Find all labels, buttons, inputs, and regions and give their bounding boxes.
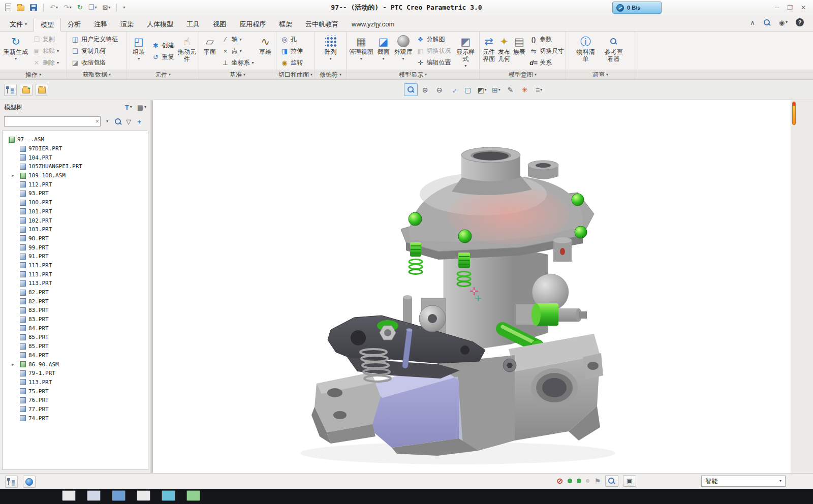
- edit-position-button[interactable]: ✛ 编辑位置: [414, 57, 453, 68]
- ribbon-tab[interactable]: 视图: [206, 17, 233, 31]
- filter-button[interactable]: ▽: [124, 116, 133, 127]
- zoom-window-button[interactable]: [404, 83, 418, 96]
- tree-item[interactable]: 98.PRT: [3, 234, 148, 243]
- extrude-button[interactable]: ◨ 拉伸: [278, 46, 305, 56]
- network-speed-widget[interactable]: 0 B/s: [612, 2, 662, 14]
- tree-item[interactable]: 76.PRT: [3, 396, 148, 405]
- tree-item[interactable]: 104.PRT: [3, 153, 148, 162]
- ribbon-tab[interactable]: 工具: [180, 17, 206, 31]
- tree-item[interactable]: 113.PRT: [3, 270, 148, 279]
- datum-display-filters-button[interactable]: ⊞: [489, 83, 503, 96]
- minimize-ribbon-button[interactable]: ∧: [750, 19, 755, 26]
- taskbar-window-button[interactable]: [137, 490, 150, 501]
- search-options-button[interactable]: [103, 116, 111, 127]
- paste-button[interactable]: ▣ 粘贴: [30, 46, 61, 56]
- tree-item[interactable]: 77.PRT: [3, 405, 148, 414]
- repeat-button[interactable]: ↺ 重复: [150, 52, 176, 62]
- tree-item[interactable]: 113.PRT: [3, 378, 148, 387]
- tree-item[interactable]: 102.PRT: [3, 216, 148, 225]
- web-browser-button[interactable]: [23, 476, 36, 488]
- redo-button[interactable]: ↷: [62, 2, 73, 13]
- assemble-button[interactable]: ◰ 组装: [129, 33, 149, 69]
- hole-button[interactable]: ◎ 孔: [278, 34, 305, 45]
- group-label-component[interactable]: 元件: [127, 70, 199, 79]
- close-window-button[interactable]: ⊠: [101, 2, 111, 13]
- reference-viewer-button[interactable]: 参考查看器: [602, 33, 626, 69]
- tree-item[interactable]: 84.PRT: [3, 351, 148, 360]
- maximize-button[interactable]: ❐: [787, 4, 793, 11]
- tree-search-input[interactable]: [4, 116, 101, 127]
- tree-item[interactable]: 109-108.ASM: [3, 171, 148, 180]
- group-label-get-data[interactable]: 获取数据: [67, 70, 127, 79]
- section-button[interactable]: ◪ 截面: [374, 33, 392, 69]
- taskbar-window-button[interactable]: [162, 490, 175, 501]
- model-tree-show-button[interactable]: [5, 476, 18, 488]
- tree-item[interactable]: 91.PRT: [3, 252, 148, 261]
- tree-item[interactable]: 105ZHUANGPEI.PRT: [3, 162, 148, 171]
- display-style-button[interactable]: ◩ 显示样式: [454, 33, 477, 69]
- group-label-modifiers[interactable]: 修饰符: [315, 70, 346, 79]
- graphics-area[interactable]: [153, 100, 791, 473]
- ribbon-tab[interactable]: 应用程序: [233, 17, 272, 31]
- delete-button[interactable]: ✕ 删除: [30, 57, 61, 68]
- toggle-status-button[interactable]: ◧ 切换状况: [414, 46, 453, 56]
- clear-search-icon[interactable]: [95, 117, 99, 125]
- family-table-button[interactable]: ▤ 族表: [512, 33, 526, 69]
- find-tool-button[interactable]: [605, 475, 618, 487]
- tree-root-item[interactable]: 97--.ASM: [3, 135, 148, 144]
- sketch-button[interactable]: ∿ 草绘: [257, 33, 274, 69]
- regenerate-quick-button[interactable]: ↻: [76, 2, 84, 13]
- pattern-button[interactable]: 阵列: [319, 33, 343, 69]
- bom-button[interactable]: ⓘ 物料清单: [576, 33, 596, 69]
- ribbon-tab[interactable]: www.yzfjy.com: [345, 17, 401, 31]
- revolve-button[interactable]: ◉ 旋转: [278, 57, 305, 68]
- tree-item[interactable]: 113.PRT: [3, 261, 148, 270]
- ribbon-tab[interactable]: 框架: [272, 17, 299, 31]
- create-component-button[interactable]: ✱ 创建: [150, 40, 176, 51]
- minimize-button[interactable]: ─: [775, 4, 779, 11]
- tree-item[interactable]: 82.PRT: [3, 297, 148, 306]
- parameters-button[interactable]: () 参数: [527, 34, 566, 45]
- help-button[interactable]: ?: [796, 18, 804, 26]
- udf-button[interactable]: ◫ 用户定义特征: [69, 34, 120, 45]
- ribbon-tab[interactable]: 分析: [61, 17, 87, 31]
- tree-item[interactable]: 85.PRT: [3, 333, 148, 342]
- taskbar-window-button[interactable]: [62, 490, 76, 501]
- clipboard-button[interactable]: ▣: [623, 475, 636, 487]
- tree-item[interactable]: 101.PRT: [3, 207, 148, 216]
- spin-center-button[interactable]: ✳: [518, 83, 531, 96]
- tree-filters-button[interactable]: T: [125, 104, 132, 111]
- command-search-button[interactable]: [763, 19, 771, 26]
- undo-button[interactable]: ↶: [49, 2, 59, 13]
- tree-item[interactable]: 83.PRT: [3, 315, 148, 324]
- assembly-3d-model[interactable]: [153, 100, 791, 473]
- tree-item[interactable]: 113.PRT: [3, 279, 148, 288]
- customize-toolbar-button[interactable]: [122, 2, 126, 13]
- selection-filter-dropdown[interactable]: 智能: [701, 476, 786, 487]
- expand-tree-button[interactable]: +: [135, 116, 143, 127]
- scroll-indicator[interactable]: [792, 102, 796, 125]
- tree-item[interactable]: 103.PRT: [3, 225, 148, 234]
- group-label-operations[interactable]: 操作: [0, 70, 67, 79]
- annotation-display-button[interactable]: ✎: [504, 83, 517, 96]
- tree-item[interactable]: 84.PRT: [3, 324, 148, 333]
- view-manager-button[interactable]: ≡: [532, 83, 546, 96]
- save-button[interactable]: [29, 2, 38, 13]
- ribbon-tab[interactable]: 渲染: [114, 17, 140, 31]
- switch-dimensions-button[interactable]: ⇋ 切换尺寸: [527, 46, 566, 56]
- taskbar-window-button[interactable]: [186, 490, 200, 501]
- tree-item[interactable]: 74.PRT: [3, 414, 148, 423]
- tree-item[interactable]: 97DIER.PRT: [3, 144, 148, 153]
- datum-point-button[interactable]: × 点: [219, 46, 256, 56]
- copy-button[interactable]: ❐ 复制: [30, 34, 61, 45]
- shrinkwrap-button[interactable]: ◪ 收缩包络: [69, 57, 120, 68]
- tree-item[interactable]: 100.PRT: [3, 198, 148, 207]
- favorites-button[interactable]: [36, 84, 48, 96]
- view-visibility-button[interactable]: ◉: [779, 19, 788, 26]
- datum-axis-button[interactable]: ∕ 轴: [219, 34, 256, 45]
- tree-item[interactable]: 85.PRT: [3, 342, 148, 351]
- find-button[interactable]: [114, 116, 122, 127]
- zoom-in-button[interactable]: ⊕: [418, 83, 432, 96]
- exploded-view-button[interactable]: ❖ 分解图: [414, 34, 453, 45]
- ribbon-tab[interactable]: 文件: [3, 17, 34, 31]
